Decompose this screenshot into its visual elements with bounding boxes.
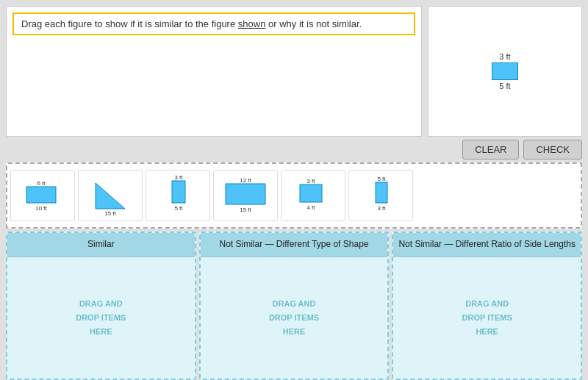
svg-marker-3 [96,183,125,209]
svg-text:15 ft: 15 ft [104,210,116,217]
instruction-text: Drag each figure to show if it is simila… [21,18,238,29]
drop-zone-not-similar-ratio[interactable]: Not Similar — Different Ratio of Side Le… [392,232,582,380]
svg-text:3 ft: 3 ft [377,205,386,212]
drop-zone-type-hint: DRAG ANDDROP ITEMSHERE [269,297,319,338]
drop-zone-not-similar-type[interactable]: Not Similar — Different Type of Shape DR… [199,232,390,380]
blank-area [12,41,415,130]
svg-text:15 ft: 15 ft [240,207,251,213]
svg-text:4 ft: 4 ft [306,204,315,211]
svg-text:12 ft: 12 ft [240,177,251,184]
left-content: Drag each figure to show if it is simila… [6,6,422,137]
top-section: Drag each figure to show if it is simila… [0,0,588,140]
drag-item-2[interactable]: 15 ft [78,170,143,221]
ref-shape-container: 3 ft 5 ft [492,52,518,90]
svg-text:6 ft: 6 ft [37,180,46,187]
buttons-row: CLEAR CHECK [0,140,588,159]
svg-text:3 ft: 3 ft [174,174,183,181]
drop-zone-similar[interactable]: Similar DRAG ANDDROP ITEMSHERE [6,232,196,380]
shape-svg-2: 15 ft [88,176,132,216]
ref-rect [492,62,518,80]
drop-zone-similar-header: Similar [7,233,195,257]
shape-svg-4: 12 ft 15 ft [220,176,271,215]
instruction-text-after: or why it is not similar. [265,18,362,29]
drop-zone-ratio-header: Not Similar — Different Ratio of Side Le… [393,233,581,257]
ref-label-top: 3 ft [499,52,510,61]
items-bank: 6 ft 10 ft 15 ft 3 ft 5 ft 12 ft 15 ft [6,162,582,229]
drop-zone-type-body: DRAG ANDDROP ITEMSHERE [201,257,388,379]
drop-zone-similar-hint: DRAG ANDDROP ITEMSHERE [76,297,126,338]
drop-zone-similar-body: DRAG ANDDROP ITEMSHERE [7,257,195,379]
svg-text:5 ft: 5 ft [174,205,183,212]
drop-zone-ratio-body: DRAG ANDDROP ITEMSHERE [393,257,581,379]
page-wrapper: Drag each figure to show if it is simila… [0,0,588,380]
svg-rect-8 [226,184,265,204]
clear-button[interactable]: CLEAR [462,140,519,159]
svg-text:3 ft: 3 ft [306,178,315,184]
check-button[interactable]: CHECK [523,140,582,159]
reference-figure-area: 3 ft 5 ft [428,6,582,137]
drag-item-6[interactable]: 5 ft 3 ft [348,170,413,221]
drop-zone-type-header: Not Similar — Different Type of Shape [201,233,388,257]
svg-text:10 ft: 10 ft [35,205,47,212]
bottom-section: Similar DRAG ANDDROP ITEMSHERE Not Simil… [6,232,582,380]
drag-item-4[interactable]: 12 ft 15 ft [213,170,278,221]
drag-item-5[interactable]: 3 ft 4 ft [281,170,345,221]
drop-zone-ratio-hint: DRAG ANDDROP ITEMSHERE [462,297,512,338]
svg-rect-11 [300,184,322,202]
instruction-link: shown [238,18,266,29]
ref-label-bottom: 5 ft [499,82,510,90]
svg-rect-14 [376,182,387,203]
svg-text:5 ft: 5 ft [377,176,386,182]
drag-item-3[interactable]: 3 ft 5 ft [146,170,210,221]
drag-item-1[interactable]: 6 ft 10 ft [10,170,75,221]
shape-svg-3: 3 ft 5 ft [156,176,200,215]
shape-svg-5: 3 ft 4 ft [291,177,335,214]
svg-rect-5 [172,181,185,203]
shape-svg-1: 6 ft 10 ft [21,179,65,212]
instruction-box: Drag each figure to show if it is simila… [12,12,415,35]
shape-svg-6: 5 ft 3 ft [361,176,401,215]
svg-rect-0 [26,187,56,203]
